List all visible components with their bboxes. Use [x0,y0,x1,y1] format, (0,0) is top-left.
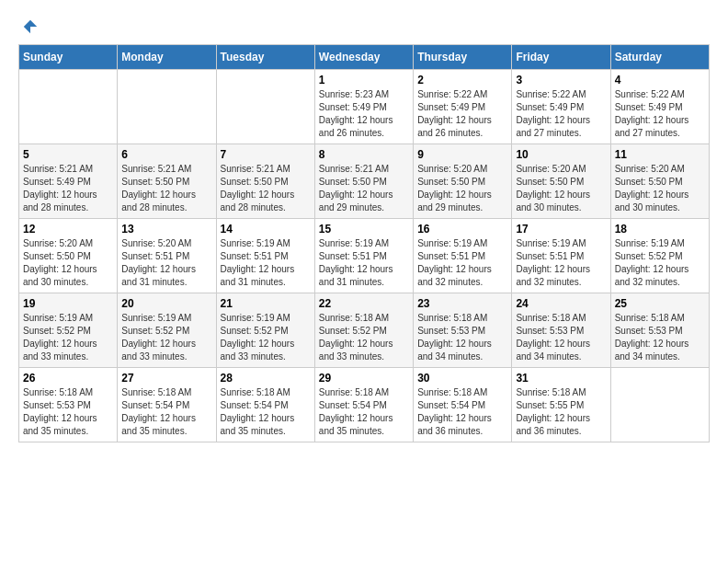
day-info: Sunrise: 5:23 AM Sunset: 5:49 PM Dayligh… [319,88,409,140]
calendar-week-row: 26Sunrise: 5:18 AM Sunset: 5:53 PM Dayli… [19,368,710,442]
calendar-cell: 13Sunrise: 5:20 AM Sunset: 5:51 PM Dayli… [118,219,216,293]
svg-marker-0 [24,20,37,33]
day-info: Sunrise: 5:19 AM Sunset: 5:51 PM Dayligh… [417,237,507,289]
calendar-cell [19,70,118,144]
calendar-cell: 30Sunrise: 5:18 AM Sunset: 5:54 PM Dayli… [414,368,512,442]
day-number: 31 [516,372,606,385]
day-number: 5 [23,148,113,161]
day-number: 7 [221,148,311,161]
day-number: 3 [516,74,606,86]
calendar-cell: 23Sunrise: 5:18 AM Sunset: 5:53 PM Dayli… [414,293,512,368]
calendar-cell: 31Sunrise: 5:18 AM Sunset: 5:55 PM Dayli… [512,368,610,442]
day-number: 6 [121,148,211,161]
day-info: Sunrise: 5:21 AM Sunset: 5:50 PM Dayligh… [221,163,311,214]
day-info: Sunrise: 5:21 AM Sunset: 5:49 PM Dayligh… [23,163,113,214]
calendar-cell: 7Sunrise: 5:21 AM Sunset: 5:50 PM Daylig… [216,144,314,219]
day-info: Sunrise: 5:19 AM Sunset: 5:51 PM Dayligh… [221,237,311,289]
calendar-table: SundayMondayTuesdayWednesdayThursdayFrid… [18,44,710,442]
calendar-cell [118,70,216,144]
day-number: 18 [615,223,705,236]
calendar-cell: 12Sunrise: 5:20 AM Sunset: 5:50 PM Dayli… [19,219,118,293]
day-number: 13 [121,223,211,236]
calendar-cell: 15Sunrise: 5:19 AM Sunset: 5:51 PM Dayli… [314,219,413,293]
day-info: Sunrise: 5:20 AM Sunset: 5:50 PM Dayligh… [615,163,705,214]
calendar-cell: 29Sunrise: 5:18 AM Sunset: 5:54 PM Dayli… [314,368,413,442]
day-header-monday: Monday [118,45,216,70]
day-info: Sunrise: 5:19 AM Sunset: 5:51 PM Dayligh… [516,237,606,289]
calendar-cell: 17Sunrise: 5:19 AM Sunset: 5:51 PM Dayli… [512,219,610,293]
day-number: 20 [121,297,211,310]
day-header-friday: Friday [512,45,610,70]
calendar-cell: 4Sunrise: 5:22 AM Sunset: 5:49 PM Daylig… [610,70,709,144]
day-info: Sunrise: 5:20 AM Sunset: 5:51 PM Dayligh… [121,237,211,289]
calendar-cell: 2Sunrise: 5:22 AM Sunset: 5:49 PM Daylig… [414,70,512,144]
day-number: 19 [23,297,113,310]
day-number: 2 [417,74,507,86]
calendar-week-row: 19Sunrise: 5:19 AM Sunset: 5:52 PM Dayli… [19,293,710,368]
day-info: Sunrise: 5:21 AM Sunset: 5:50 PM Dayligh… [121,163,211,214]
day-number: 22 [319,297,409,310]
day-info: Sunrise: 5:19 AM Sunset: 5:52 PM Dayligh… [221,312,311,363]
calendar-cell: 16Sunrise: 5:19 AM Sunset: 5:51 PM Dayli… [414,219,512,293]
day-info: Sunrise: 5:20 AM Sunset: 5:50 PM Dayligh… [516,163,606,214]
day-number: 8 [319,148,409,161]
day-number: 27 [121,372,211,385]
calendar-cell: 21Sunrise: 5:19 AM Sunset: 5:52 PM Dayli… [216,293,314,368]
logo-icon [22,18,39,35]
day-info: Sunrise: 5:21 AM Sunset: 5:50 PM Dayligh… [319,163,409,214]
day-info: Sunrise: 5:22 AM Sunset: 5:49 PM Dayligh… [615,88,705,140]
day-number: 11 [615,148,705,161]
day-info: Sunrise: 5:18 AM Sunset: 5:55 PM Dayligh… [516,386,606,438]
day-info: Sunrise: 5:18 AM Sunset: 5:54 PM Dayligh… [319,386,409,438]
day-header-thursday: Thursday [414,45,512,70]
day-info: Sunrise: 5:19 AM Sunset: 5:51 PM Dayligh… [319,237,409,289]
day-info: Sunrise: 5:20 AM Sunset: 5:50 PM Dayligh… [23,237,113,289]
day-number: 30 [417,372,507,385]
calendar-cell [216,70,314,144]
day-number: 9 [417,148,507,161]
calendar-week-row: 12Sunrise: 5:20 AM Sunset: 5:50 PM Dayli… [19,219,710,293]
calendar-cell: 26Sunrise: 5:18 AM Sunset: 5:53 PM Dayli… [19,368,118,442]
day-info: Sunrise: 5:19 AM Sunset: 5:52 PM Dayligh… [23,312,113,363]
day-header-wednesday: Wednesday [314,45,413,70]
day-info: Sunrise: 5:18 AM Sunset: 5:53 PM Dayligh… [417,312,507,363]
calendar-cell: 9Sunrise: 5:20 AM Sunset: 5:50 PM Daylig… [414,144,512,219]
day-header-sunday: Sunday [19,45,118,70]
calendar-cell: 18Sunrise: 5:19 AM Sunset: 5:52 PM Dayli… [610,219,709,293]
calendar-cell: 5Sunrise: 5:21 AM Sunset: 5:49 PM Daylig… [19,144,118,219]
calendar-cell: 14Sunrise: 5:19 AM Sunset: 5:51 PM Dayli… [216,219,314,293]
day-number: 1 [319,74,409,86]
calendar-cell: 6Sunrise: 5:21 AM Sunset: 5:50 PM Daylig… [118,144,216,219]
day-number: 26 [23,372,113,385]
day-number: 12 [23,223,113,236]
calendar-cell: 11Sunrise: 5:20 AM Sunset: 5:50 PM Dayli… [610,144,709,219]
day-number: 10 [516,148,606,161]
calendar-week-row: 1Sunrise: 5:23 AM Sunset: 5:49 PM Daylig… [19,70,710,144]
day-number: 21 [221,297,311,310]
days-header-row: SundayMondayTuesdayWednesdayThursdayFrid… [19,45,710,70]
day-info: Sunrise: 5:18 AM Sunset: 5:53 PM Dayligh… [516,312,606,363]
calendar-cell: 8Sunrise: 5:21 AM Sunset: 5:50 PM Daylig… [314,144,413,219]
day-header-saturday: Saturday [610,45,709,70]
calendar-cell: 25Sunrise: 5:18 AM Sunset: 5:53 PM Dayli… [610,293,709,368]
day-number: 14 [221,223,311,236]
day-number: 16 [417,223,507,236]
day-info: Sunrise: 5:18 AM Sunset: 5:54 PM Dayligh… [121,386,211,438]
day-info: Sunrise: 5:22 AM Sunset: 5:49 PM Dayligh… [417,88,507,140]
day-info: Sunrise: 5:18 AM Sunset: 5:52 PM Dayligh… [319,312,409,363]
day-number: 25 [615,297,705,310]
calendar-cell: 1Sunrise: 5:23 AM Sunset: 5:49 PM Daylig… [314,70,413,144]
calendar-cell: 19Sunrise: 5:19 AM Sunset: 5:52 PM Dayli… [19,293,118,368]
day-number: 23 [417,297,507,310]
calendar-cell: 3Sunrise: 5:22 AM Sunset: 5:49 PM Daylig… [512,70,610,144]
day-info: Sunrise: 5:18 AM Sunset: 5:54 PM Dayligh… [221,386,311,438]
day-number: 17 [516,223,606,236]
calendar-cell [610,368,709,442]
header [18,18,710,35]
calendar-week-row: 5Sunrise: 5:21 AM Sunset: 5:49 PM Daylig… [19,144,710,219]
day-info: Sunrise: 5:20 AM Sunset: 5:50 PM Dayligh… [417,163,507,214]
day-info: Sunrise: 5:19 AM Sunset: 5:52 PM Dayligh… [121,312,211,363]
day-info: Sunrise: 5:18 AM Sunset: 5:53 PM Dayligh… [23,386,113,438]
day-number: 24 [516,297,606,310]
logo [18,18,39,35]
